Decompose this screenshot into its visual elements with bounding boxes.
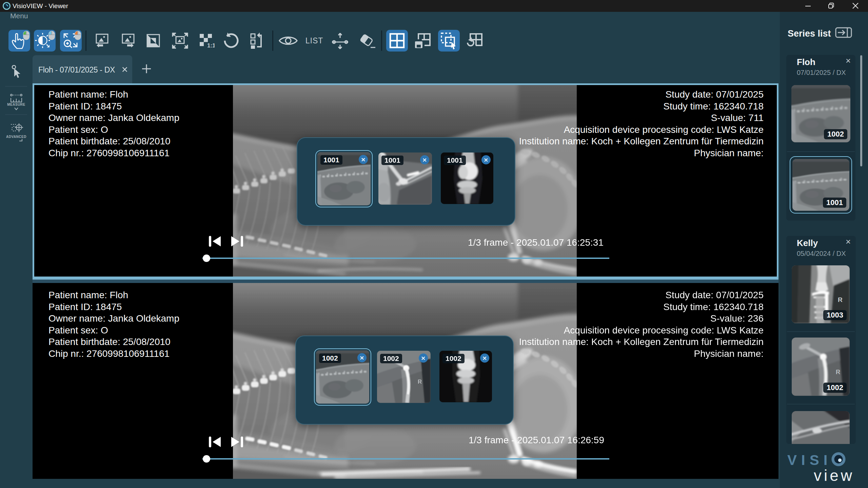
svg-text:1:1: 1:1 — [207, 42, 215, 49]
